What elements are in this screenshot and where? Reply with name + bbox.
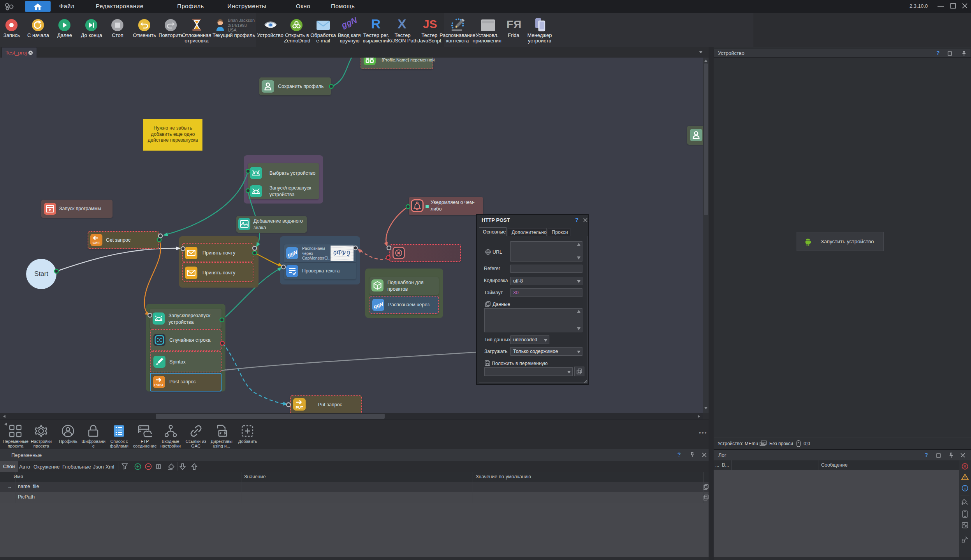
svg-text:www: www (486, 251, 490, 253)
